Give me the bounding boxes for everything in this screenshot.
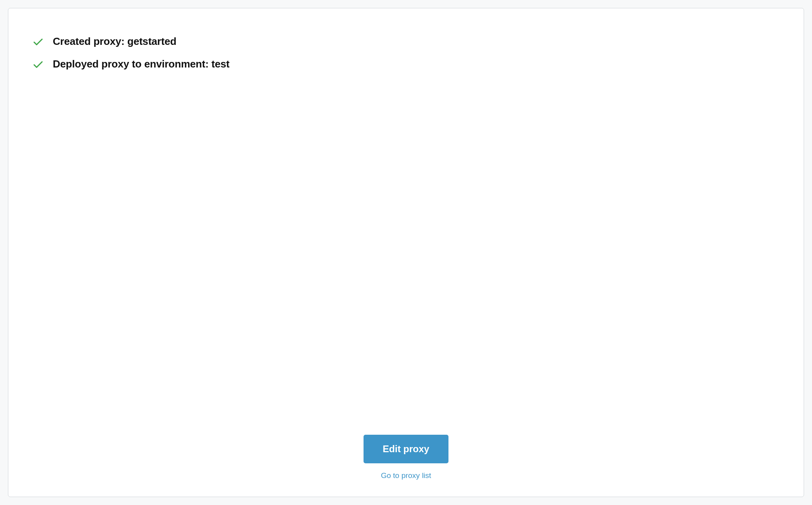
status-list: Created proxy: getstarted Deployed proxy… [32,35,780,70]
status-row: Deployed proxy to environment: test [32,58,780,70]
card-footer: Edit proxy Go to proxy list [32,435,780,480]
status-row: Created proxy: getstarted [32,35,780,48]
go-to-proxy-list-link[interactable]: Go to proxy list [381,471,431,480]
status-text: Deployed proxy to environment: test [53,58,229,70]
status-text: Created proxy: getstarted [53,35,176,48]
status-card: Created proxy: getstarted Deployed proxy… [8,8,804,497]
edit-proxy-button[interactable]: Edit proxy [364,435,448,463]
check-icon [32,36,44,48]
check-icon [32,58,44,70]
